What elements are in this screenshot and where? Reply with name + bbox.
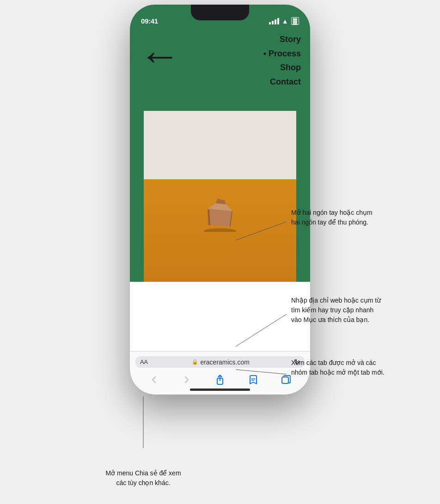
back-button[interactable]	[146, 371, 162, 388]
nav-story[interactable]: Story	[263, 32, 301, 47]
nav-shop[interactable]: Shop	[263, 61, 301, 75]
annotation-pinch: Mở hai ngón tay hoặc chụmhai ngón tay để…	[291, 208, 373, 227]
bookmarks-button[interactable]	[245, 371, 262, 388]
forward-button[interactable]	[178, 371, 195, 388]
home-indicator	[190, 389, 250, 391]
svg-point-1	[204, 228, 236, 232]
phone-screen: 09:41 ▲ ▓ ←	[130, 5, 310, 395]
website-content: ← Story Process Shop Contact	[130, 5, 310, 351]
safari-url-bar[interactable]: AA 🔒 eraceramics.com ↻	[135, 356, 305, 368]
share-button[interactable]	[212, 371, 228, 388]
status-time: 09:41	[141, 17, 158, 25]
site-nav: Story Process Shop Contact	[263, 32, 301, 89]
annotation-share-text: Mở menu Chia sẻ để xemcác tùy chọn khác.	[105, 469, 181, 486]
notch	[191, 5, 249, 20]
site-logo: ←	[139, 30, 199, 80]
signal-bars-icon	[269, 18, 279, 24]
clay-object-icon	[199, 195, 241, 232]
url-display[interactable]: 🔒 eraceramics.com	[151, 358, 290, 366]
status-icons: ▲ ▓	[269, 17, 299, 25]
annotation-address-text: Nhập địa chỉ web hoặc cụm từtìm kiếm hay…	[291, 297, 381, 323]
product-image-frame	[144, 111, 296, 282]
annotation-tabs-text: Xem các tab được mở và cácnhóm tab hoặc …	[291, 359, 385, 376]
annotation-tabs: Xem các tab được mở và cácnhóm tab hoặc …	[291, 358, 385, 377]
svg-rect-3	[282, 377, 288, 383]
svg-text:←: ←	[139, 32, 179, 76]
phone-shell: 09:41 ▲ ▓ ←	[130, 5, 310, 395]
aa-button[interactable]: AA	[140, 358, 147, 365]
product-image-area	[130, 111, 310, 282]
battery-icon: ▓	[291, 17, 299, 25]
nav-contact[interactable]: Contact	[263, 75, 301, 89]
nav-process[interactable]: Process	[263, 47, 301, 61]
annotation-address: Nhập địa chỉ web hoặc cụm từtìm kiếm hay…	[291, 296, 381, 325]
safari-bar: AA 🔒 eraceramics.com ↻	[130, 351, 310, 395]
lock-icon: 🔒	[192, 359, 198, 365]
wifi-icon: ▲	[282, 18, 288, 25]
annotation-share: Mở menu Chia sẻ để xemcác tùy chọn khác.	[105, 468, 181, 488]
url-text: eraceramics.com	[200, 358, 250, 366]
